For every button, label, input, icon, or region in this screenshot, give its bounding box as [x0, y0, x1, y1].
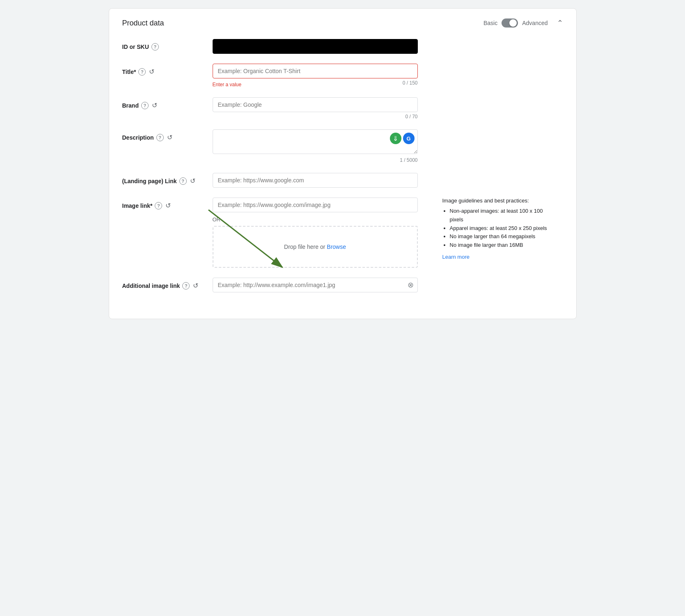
description-label-col: Description ? ↺	[122, 129, 213, 141]
id-or-sku-control	[213, 39, 563, 54]
brand-label: Brand	[122, 102, 139, 109]
landing-page-link-help-icon[interactable]: ?	[179, 177, 187, 185]
landing-page-link-input-wrapper	[213, 173, 418, 188]
title-reset-icon[interactable]: ↺	[149, 68, 154, 76]
basic-label: Basic	[483, 20, 497, 26]
brand-control: 0 / 70	[213, 97, 563, 120]
title-row: Title* ? ↺ Enter a value 0 / 150	[122, 64, 563, 87]
title-control: Enter a value 0 / 150	[213, 64, 563, 87]
dropzone-text: Drop file here or	[284, 244, 327, 250]
description-textarea[interactable]	[213, 129, 418, 154]
description-label: Description	[122, 134, 154, 141]
description-control: ⇓ G 1 / 5000	[213, 129, 563, 163]
image-link-reset-icon[interactable]: ↺	[165, 202, 171, 209]
basic-advanced-toggle[interactable]	[502, 18, 518, 28]
brand-input[interactable]	[213, 97, 418, 112]
description-row: Description ? ↺ ⇓ G 1 / 5000	[122, 129, 563, 163]
description-reset-icon[interactable]: ↺	[167, 133, 172, 141]
image-guidelines-title: Image guidelines and best practices:	[442, 198, 549, 204]
landing-page-link-input[interactable]	[213, 173, 418, 188]
image-guidelines-sidebar: Image guidelines and best practices: Non…	[442, 198, 549, 260]
learn-more-link[interactable]: Learn more	[442, 254, 549, 260]
guideline-item: Apparel images: at least 250 x 250 pixel…	[450, 224, 549, 233]
title-label-col: Title* ? ↺	[122, 64, 213, 76]
brand-input-wrapper	[213, 97, 418, 112]
brand-row: Brand ? ↺ 0 / 70	[122, 97, 563, 120]
title-label: Title*	[122, 69, 136, 75]
brand-reset-icon[interactable]: ↺	[152, 101, 157, 109]
brand-char-count: 0 / 70	[213, 114, 418, 120]
image-link-label-col: Image link* ? ↺	[122, 198, 213, 209]
additional-image-link-row: Additional image link ? ↺ ⊗	[122, 278, 563, 292]
description-char-count: 1 / 5000	[213, 157, 418, 163]
additional-image-link-control: ⊗	[213, 278, 563, 292]
id-or-sku-input[interactable]	[213, 39, 418, 54]
id-or-sku-input-wrapper	[213, 39, 418, 54]
guideline-item: No image file larger than 16MB	[450, 241, 549, 250]
guideline-item: Non-apparel images: at least 100 x 100 p…	[450, 207, 549, 224]
title-input-wrapper	[213, 64, 418, 78]
image-dropzone[interactable]: Drop file here or Browse	[213, 226, 418, 268]
description-refresh-icon[interactable]: G	[403, 133, 415, 144]
title-help-icon[interactable]: ?	[138, 68, 146, 76]
landing-page-link-label: (Landing page) Link	[122, 178, 177, 184]
additional-image-link-help-icon[interactable]: ?	[182, 282, 190, 290]
landing-page-link-row: (Landing page) Link ? ↺	[122, 173, 563, 188]
image-link-control: OR Drop file here or Browse	[213, 198, 426, 268]
title-input[interactable]	[213, 64, 418, 78]
product-data-card: Product data Basic Advanced ⌃ ID or SKU …	[109, 8, 577, 319]
description-help-icon[interactable]: ?	[156, 134, 164, 141]
image-link-label: Image link*	[122, 202, 153, 209]
or-label: OR	[213, 216, 426, 223]
description-input-wrapper: ⇓ G	[213, 129, 418, 156]
additional-image-link-reset-icon[interactable]: ↺	[193, 282, 198, 290]
id-or-sku-row: ID or SKU ?	[122, 39, 563, 54]
id-or-sku-help-icon[interactable]: ?	[151, 43, 159, 51]
title-error-row: Enter a value 0 / 150	[213, 80, 418, 87]
title-char-count: 0 / 150	[403, 80, 418, 87]
description-icons: ⇓ G	[390, 133, 415, 144]
image-link-input-wrapper	[213, 198, 418, 212]
brand-label-col: Brand ? ↺	[122, 97, 213, 109]
image-link-input[interactable]	[213, 198, 418, 212]
description-down-icon[interactable]: ⇓	[390, 133, 401, 144]
browse-button[interactable]: Browse	[327, 244, 346, 250]
header-controls: Basic Advanced ⌃	[483, 18, 563, 28]
image-guidelines-list: Non-apparel images: at least 100 x 100 p…	[442, 207, 549, 250]
advanced-label: Advanced	[522, 20, 548, 26]
landing-page-link-label-col: (Landing page) Link ? ↺	[122, 173, 213, 185]
additional-image-link-label: Additional image link	[122, 283, 180, 289]
landing-page-link-reset-icon[interactable]: ↺	[190, 177, 195, 185]
additional-image-link-input-wrapper: ⊗	[213, 278, 418, 292]
id-or-sku-label: ID or SKU	[122, 44, 149, 50]
landing-page-link-control	[213, 173, 563, 188]
image-link-section-wrapper: Image link* ? ↺ OR Drop file here or Bro…	[122, 198, 563, 268]
guideline-item: No image larger than 64 megapixels	[450, 232, 549, 241]
brand-help-icon[interactable]: ?	[141, 102, 149, 109]
card-header: Product data Basic Advanced ⌃	[122, 18, 563, 28]
additional-image-link-clear-icon[interactable]: ⊗	[408, 280, 414, 290]
collapse-chevron-icon[interactable]: ⌃	[557, 18, 563, 28]
card-title: Product data	[122, 19, 164, 28]
additional-image-link-input[interactable]	[213, 278, 418, 292]
image-link-help-icon[interactable]: ?	[155, 202, 162, 209]
title-error-text: Enter a value	[213, 82, 242, 87]
id-or-sku-label-col: ID or SKU ?	[122, 39, 213, 51]
additional-image-link-label-col: Additional image link ? ↺	[122, 278, 213, 290]
